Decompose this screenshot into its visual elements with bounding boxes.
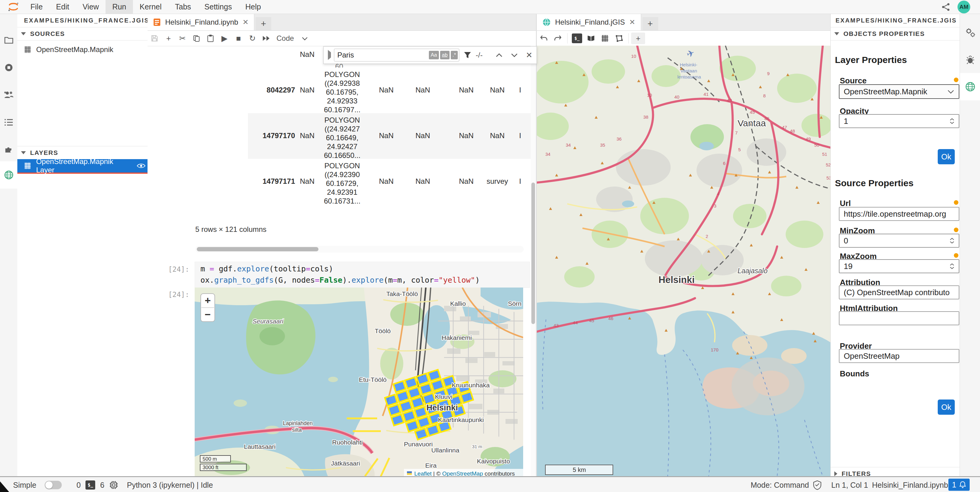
share-icon[interactable] bbox=[941, 3, 950, 11]
kernel-status-text[interactable]: Python 3 (ipykernel) | Idle bbox=[127, 481, 213, 490]
add-layer-button[interactable]: + bbox=[631, 33, 645, 44]
left-sidebar-panel: EXAMPLES/HIKING_FRANCE.JGIS SOURCES Open… bbox=[18, 14, 148, 476]
table-cell: NaN bbox=[459, 86, 474, 94]
cursor-position[interactable]: Ln 1, Col 1 bbox=[831, 481, 868, 490]
trust-shield-icon[interactable] bbox=[813, 480, 822, 490]
property-inspector-gears-icon[interactable] bbox=[960, 23, 980, 42]
sources-section-header[interactable]: SOURCES bbox=[18, 27, 148, 40]
jgis-globe-icon[interactable] bbox=[960, 77, 980, 96]
run-cell-button[interactable]: ▶ bbox=[218, 32, 231, 45]
collaborators-icon[interactable] bbox=[0, 85, 18, 105]
previous-match-icon[interactable] bbox=[495, 53, 503, 57]
leaflet-map-output[interactable]: Taka-Töölö Kallio Sörn Töölö Hakaniemi E… bbox=[195, 288, 523, 476]
regex-toggle[interactable]: .* bbox=[451, 51, 458, 59]
source-item-openstreetmap-mapnik[interactable]: OpenStreetMap.Mapnik bbox=[18, 43, 148, 56]
code-line: m = gdf.explore(tooltip=cols) bbox=[200, 263, 530, 274]
simple-mode-toggle[interactable] bbox=[45, 481, 62, 489]
menu-kernel[interactable]: Kernel bbox=[133, 0, 168, 14]
terminals-count[interactable]: 0 bbox=[76, 481, 81, 490]
menu-view[interactable]: View bbox=[76, 0, 105, 14]
url-input[interactable]: https://tile.openstreetmap.org bbox=[839, 207, 959, 221]
horizontal-scrollbar[interactable] bbox=[195, 246, 524, 253]
menu-settings[interactable]: Settings bbox=[198, 0, 239, 14]
file-browser-icon[interactable] bbox=[0, 30, 18, 50]
search-input[interactable]: Paris Aa ab .* bbox=[334, 49, 459, 62]
new-tab-button[interactable]: + bbox=[643, 17, 658, 30]
opacity-input[interactable]: 1 bbox=[839, 114, 959, 128]
zoom-in-button[interactable]: + bbox=[205, 295, 211, 306]
notification-badge[interactable]: 1 bbox=[948, 479, 970, 491]
layer-ok-button[interactable]: Ok bbox=[938, 149, 955, 164]
basemap-book-icon[interactable] bbox=[584, 32, 598, 45]
debugger-bug-icon[interactable] bbox=[960, 50, 980, 70]
kernels-count[interactable]: 6 bbox=[100, 481, 104, 490]
running-kernels-icon[interactable] bbox=[0, 58, 18, 77]
jgis-map-canvas[interactable]: 1010 3840 4143 4546 4748 4950 5152 5336 … bbox=[537, 46, 830, 476]
user-avatar[interactable]: AM bbox=[958, 1, 970, 13]
restart-run-all-button[interactable] bbox=[259, 32, 274, 45]
save-button[interactable] bbox=[148, 32, 162, 45]
jgis-globe-icon[interactable] bbox=[0, 165, 18, 185]
cell-type-dropdown[interactable]: Code bbox=[274, 32, 311, 45]
raster-layer-button[interactable] bbox=[598, 32, 612, 45]
next-match-icon[interactable] bbox=[511, 53, 518, 57]
stepper-arrows[interactable] bbox=[950, 118, 955, 124]
layer-item-openstreetmap-mapnik[interactable]: OpenStreetMap.Mapnik Layer bbox=[18, 159, 148, 174]
vertical-scrollbar-thumb[interactable] bbox=[531, 183, 535, 324]
htmlattribution-input[interactable] bbox=[839, 311, 959, 325]
table-of-contents-icon[interactable] bbox=[0, 113, 18, 132]
paste-cells-button[interactable] bbox=[204, 32, 218, 45]
new-tab-button[interactable]: + bbox=[256, 17, 271, 30]
svg-text:34: 34 bbox=[546, 151, 550, 157]
insert-cell-button[interactable]: + bbox=[162, 32, 175, 45]
menu-tabs[interactable]: Tabs bbox=[168, 0, 198, 14]
redo-button[interactable] bbox=[551, 32, 565, 45]
horizontal-scrollbar-thumb[interactable] bbox=[197, 247, 318, 251]
geometry-cell: POLYGON ((24.92427 60.16649, 24.92427 60… bbox=[319, 116, 365, 160]
undo-button[interactable] bbox=[537, 32, 551, 45]
extensions-puzzle-icon[interactable] bbox=[0, 140, 18, 159]
code-cell-input[interactable]: m = gdf.explore(tooltip=cols) ox.graph_t… bbox=[195, 262, 530, 288]
expand-search-icon[interactable] bbox=[328, 53, 331, 58]
zoom-out-button[interactable]: − bbox=[205, 309, 211, 320]
table-cell: NaN bbox=[379, 86, 394, 94]
vertical-scrollbar[interactable] bbox=[531, 46, 536, 476]
console-terminal-button[interactable]: $_ bbox=[570, 32, 584, 45]
stepper-arrows[interactable] bbox=[950, 263, 955, 269]
copy-cells-button[interactable] bbox=[189, 32, 204, 45]
cut-cells-button[interactable]: ✂ bbox=[175, 32, 189, 45]
match-case-toggle[interactable]: Aa bbox=[429, 51, 439, 59]
close-tab-icon[interactable]: ✕ bbox=[629, 18, 635, 27]
menu-edit[interactable]: Edit bbox=[49, 0, 76, 14]
map-label: Etu-Töölö bbox=[359, 376, 387, 383]
menu-help[interactable]: Help bbox=[239, 0, 267, 14]
close-tab-icon[interactable]: ✕ bbox=[242, 18, 248, 27]
notebook-content[interactable]: NaN 60... 8042297 NaN POLYGON ((24.92938… bbox=[148, 46, 536, 476]
vector-polygon-button[interactable] bbox=[612, 32, 626, 45]
osm-link[interactable]: OpenStreetMap bbox=[442, 470, 483, 476]
leaflet-link[interactable]: Leaflet bbox=[414, 470, 432, 476]
provider-input[interactable]: OpenStreetMap bbox=[839, 349, 959, 363]
source-ok-button[interactable]: Ok bbox=[938, 400, 955, 415]
tab-helsinki-finland-ipynb[interactable]: Helsinki_Finland.ipynb ✕ bbox=[148, 13, 254, 30]
menu-file[interactable]: File bbox=[24, 0, 49, 14]
leaflet-zoom-control[interactable]: + − bbox=[201, 294, 215, 322]
source-select[interactable]: OpenStreetMap.Mapnik bbox=[839, 84, 959, 99]
objects-properties-header[interactable]: OBJECTS PROPERTIES bbox=[830, 27, 960, 40]
stepper-arrows[interactable] bbox=[950, 238, 955, 244]
whole-word-toggle[interactable]: ab bbox=[440, 51, 450, 59]
notebook-toolbar: + ✂ ▶ ■ ↻ Code P bbox=[148, 31, 536, 46]
close-search-icon[interactable]: ✕ bbox=[526, 51, 533, 60]
svg-text:Vantaan: Vantaan bbox=[680, 68, 697, 73]
tab-helsinki-finland-jgis[interactable]: Helsinki_Finland.jGIS ✕ bbox=[537, 13, 641, 30]
active-file-name[interactable]: Helsinki_Finland.ipynb bbox=[872, 481, 948, 490]
filter-funnel-icon[interactable] bbox=[463, 51, 471, 59]
menu-run[interactable]: Run bbox=[105, 0, 133, 14]
map-attribution: Leaflet | © OpenStreetMap contributors bbox=[404, 469, 523, 476]
restart-kernel-button[interactable]: ↻ bbox=[245, 32, 259, 45]
visibility-eye-icon[interactable] bbox=[137, 163, 146, 169]
maxzoom-input[interactable]: 19 bbox=[839, 259, 959, 273]
minzoom-input[interactable]: 0 bbox=[839, 234, 959, 248]
stop-kernel-button[interactable]: ■ bbox=[231, 32, 245, 45]
attribution-input[interactable]: (C) OpenStreetMap contributo bbox=[839, 285, 959, 299]
